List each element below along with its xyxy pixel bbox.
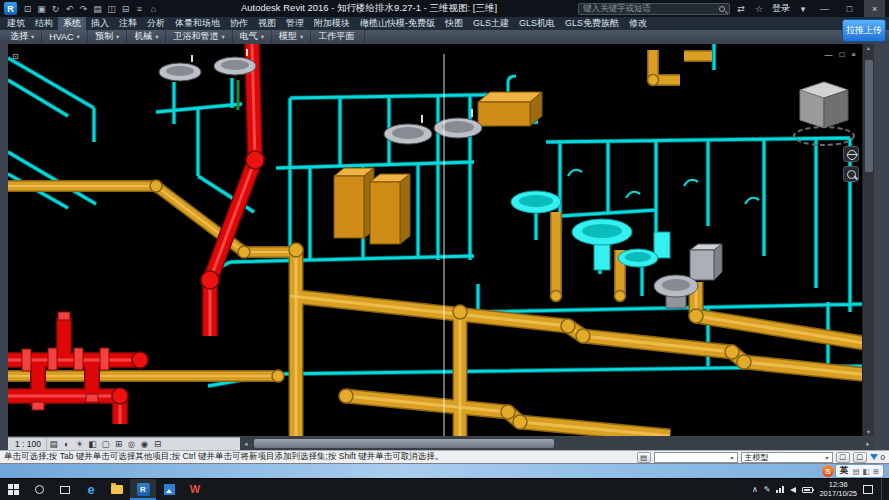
scroll-left-icon[interactable]: ◂ xyxy=(240,440,252,448)
ribbon-panel-item[interactable]: 工作平面 xyxy=(311,30,365,43)
ribbon-panel-item[interactable]: 电气▾ xyxy=(233,30,272,43)
horizontal-scrollbar-track[interactable] xyxy=(252,437,862,450)
ribbon-panel-item[interactable]: 预制▾ xyxy=(88,30,127,43)
task-view-button[interactable] xyxy=(52,479,78,500)
view-properties-icon[interactable]: ⊡ xyxy=(12,52,19,61)
ribbon-tab[interactable]: 结构 xyxy=(30,17,58,30)
view-control-icon[interactable]: ▤ xyxy=(47,439,60,449)
ribbon-tab[interactable]: 管理 xyxy=(281,17,309,30)
3d-scene-canvas[interactable] xyxy=(8,44,862,436)
ime-icon[interactable]: ⊞ xyxy=(873,467,879,476)
quick-access-icon[interactable]: ▤ xyxy=(91,4,104,14)
view-control-icon[interactable]: ◉ xyxy=(138,439,151,449)
start-button[interactable] xyxy=(0,479,26,500)
exclude-options-toggle[interactable]: ☐ xyxy=(836,452,850,463)
search-input[interactable]: 键入关键字或短语 xyxy=(578,3,730,15)
design-option-dropdown[interactable]: 主模型 ▾ xyxy=(741,452,833,463)
quick-access-icon[interactable]: ↷ xyxy=(77,4,90,14)
quick-access-icon[interactable]: ≡ xyxy=(133,4,146,14)
ribbon-tab[interactable]: 体量和场地 xyxy=(170,17,225,30)
ribbon-tab[interactable]: 修改 xyxy=(624,17,652,30)
minimize-button[interactable]: — xyxy=(814,0,835,17)
steering-wheel-icon[interactable] xyxy=(843,146,859,162)
vertical-scrollbar[interactable]: ▴ ▾ xyxy=(862,44,874,436)
ribbon-panel-item[interactable]: 选择▾ xyxy=(3,30,42,43)
view-control-icon[interactable]: ☀ xyxy=(73,439,86,449)
plugin-upload-button[interactable]: 拉推上传 xyxy=(842,19,886,42)
ribbon-tab[interactable]: GLS土建 xyxy=(468,17,514,30)
view-close-icon[interactable]: × xyxy=(851,50,856,59)
quick-access-icon[interactable]: ⊡ xyxy=(21,4,34,14)
cyan-pipe-network[interactable] xyxy=(8,44,862,386)
battery-icon[interactable] xyxy=(802,487,813,493)
ribbon-tab[interactable]: 分析 xyxy=(142,17,170,30)
quick-access-icon[interactable]: ▣ xyxy=(35,4,48,14)
scroll-up-icon[interactable]: ▴ xyxy=(867,45,870,51)
photos-app-button[interactable] xyxy=(156,479,182,500)
close-button[interactable]: × xyxy=(864,0,885,17)
edge-app-button[interactable]: e xyxy=(78,479,104,500)
filter-icon[interactable] xyxy=(870,454,878,460)
worksets-icon[interactable]: ▤ xyxy=(637,452,651,463)
ribbon-tab[interactable]: 协作 xyxy=(225,17,253,30)
ribbon-tab[interactable]: 附加模块 xyxy=(309,17,355,30)
show-desktop-button[interactable] xyxy=(881,479,885,500)
view-control-icon[interactable]: ◧ xyxy=(86,439,99,449)
file-explorer-button[interactable] xyxy=(104,479,130,500)
workset-dropdown[interactable]: ▾ xyxy=(654,452,738,463)
tray-chevron-up-icon[interactable]: ∧ xyxy=(752,485,758,494)
revit-app-button[interactable]: R xyxy=(130,479,156,500)
pen-icon[interactable]: ✎ xyxy=(764,485,771,494)
quick-access-icon[interactable]: ↻ xyxy=(49,4,62,14)
ribbon-panel-item[interactable]: HVAC▾ xyxy=(42,30,88,43)
view-restore-icon[interactable]: □ xyxy=(839,50,844,59)
view-control-icon[interactable]: ◎ xyxy=(125,439,138,449)
search-icon[interactable] xyxy=(719,6,725,12)
ribbon-panel-item[interactable]: 机械▾ xyxy=(127,30,166,43)
ribbon-panel-item[interactable]: 卫浴和管道▾ xyxy=(166,30,232,43)
ribbon-tab[interactable]: 视图 xyxy=(253,17,281,30)
ribbon-tab[interactable]: 橄榄山快模-免费版 xyxy=(355,17,440,30)
exchange-apps-icon[interactable]: ⇄ xyxy=(734,4,748,14)
horizontal-scrollbar-thumb[interactable] xyxy=(254,439,554,448)
view-cube[interactable] xyxy=(794,82,854,145)
ribbon-tab[interactable]: GLS免费族酷 xyxy=(560,17,624,30)
zoom-icon[interactable] xyxy=(843,166,859,182)
login-button[interactable]: 登录 xyxy=(770,2,792,15)
ime-icon[interactable]: ◧ xyxy=(863,467,870,476)
ribbon-tab[interactable]: 系统 xyxy=(58,17,86,30)
volume-icon[interactable] xyxy=(790,487,796,493)
sogou-ime-icon[interactable]: S xyxy=(822,465,834,477)
yellow-pipe-network[interactable] xyxy=(8,50,862,436)
3d-viewport[interactable]: ⊡ — □ × xyxy=(8,44,862,436)
ribbon-tab[interactable]: 注释 xyxy=(114,17,142,30)
view-control-icon[interactable]: ⊟ xyxy=(151,439,164,449)
ribbon-tab[interactable]: 快图 xyxy=(440,17,468,30)
favorites-icon[interactable]: ☆ xyxy=(752,4,766,14)
ribbon-tab[interactable]: GLS机电 xyxy=(514,17,560,30)
action-center-icon[interactable] xyxy=(863,485,873,494)
quick-access-icon[interactable]: ⊟ xyxy=(119,4,132,14)
scroll-right-icon[interactable]: ▸ xyxy=(862,440,874,448)
ime-mode-indicator[interactable]: 英 xyxy=(840,465,849,477)
maximize-button[interactable]: □ xyxy=(839,0,860,17)
quick-access-icon[interactable]: ↶ xyxy=(63,4,76,14)
horizontal-scrollbar[interactable]: ◂ ▸ xyxy=(240,437,874,450)
ribbon-tab[interactable]: 建筑 xyxy=(2,17,30,30)
view-control-icon[interactable]: ◐ xyxy=(60,439,73,449)
scale-button[interactable]: 1 : 100 xyxy=(10,438,47,450)
scroll-down-icon[interactable]: ▾ xyxy=(867,429,870,435)
search-taskbar-button[interactable] xyxy=(26,479,52,500)
view-control-icon[interactable]: ▢ xyxy=(99,439,112,449)
ribbon-panel-item[interactable]: 模型▾ xyxy=(272,30,311,43)
quick-access-icon[interactable]: ◫ xyxy=(105,4,118,14)
quick-access-icon[interactable]: ⌂ xyxy=(147,4,160,14)
ribbon-tab[interactable]: 插入 xyxy=(86,17,114,30)
network-icon[interactable] xyxy=(776,486,784,493)
press-drag-toggle[interactable]: ☐ xyxy=(853,452,867,463)
view-control-icon[interactable]: ⊞ xyxy=(112,439,125,449)
vertical-scrollbar-thumb[interactable] xyxy=(865,60,873,172)
taskbar-clock[interactable]: 12:36 2017/10/25 xyxy=(819,481,857,498)
view-minimize-icon[interactable]: — xyxy=(824,50,832,59)
login-dropdown-icon[interactable]: ▾ xyxy=(796,4,810,14)
